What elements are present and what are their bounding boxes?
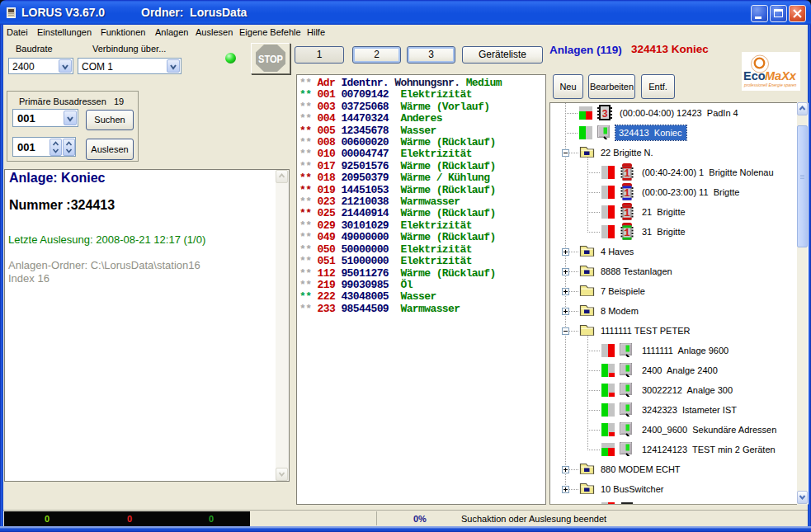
svg-text:1: 1 <box>624 227 630 239</box>
svg-text:1: 1 <box>624 187 630 200</box>
svg-text:Eco: Eco <box>743 69 766 82</box>
svg-text:MaXx: MaXx <box>765 69 797 82</box>
svg-text:STOP: STOP <box>258 53 283 65</box>
svg-text:1: 1 <box>624 167 630 180</box>
svg-text:1: 1 <box>624 207 630 219</box>
svg-text:professionell Energie sparen: professionell Energie sparen <box>743 82 797 87</box>
